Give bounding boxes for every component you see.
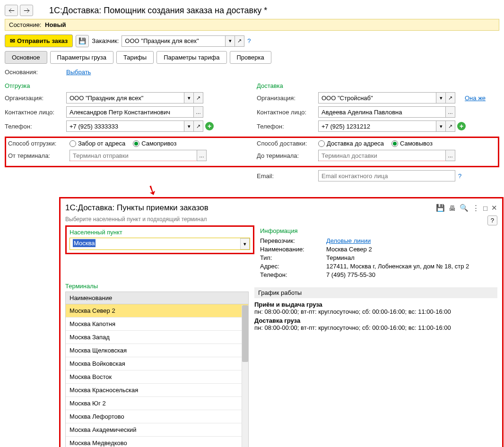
deliv-sched-text: пн: 08:00-00:00; вт-пт: круглосуточно; с… — [254, 324, 497, 331]
terminals-label: Терминалы — [65, 283, 249, 290]
ship-org-label: Организация: — [5, 95, 66, 102]
more-button[interactable]: … — [194, 106, 203, 118]
tab-tariffs[interactable]: Тарифы — [116, 51, 154, 64]
add-phone-button[interactable]: + — [457, 122, 466, 130]
terminal-row[interactable]: Москва Север 2 — [66, 304, 248, 318]
terminal-row[interactable]: Москва Щелковская — [66, 344, 248, 357]
tab-check[interactable]: Проверка — [230, 51, 271, 64]
name-value: Москва Север 2 — [326, 246, 372, 253]
ship-method-label: Способ отгрузки: — [8, 140, 70, 147]
addr-label: Адрес: — [260, 263, 326, 270]
ship-contact-label: Контактное лицо: — [5, 109, 66, 116]
terminal-row[interactable]: Москва Лефортово — [66, 410, 248, 423]
search-icon[interactable]: 🔍 — [460, 204, 469, 212]
open-button[interactable]: ↗ — [446, 120, 455, 132]
carrier-label: Перевозчик: — [260, 237, 326, 244]
radio-deliver-address[interactable]: Доставка до адреса — [318, 140, 384, 147]
ship-phone-label: Телефон: — [5, 123, 66, 130]
print-icon[interactable]: 🖶 — [449, 204, 456, 212]
addr-value: 127411, Москва г, Лобненская ул, дом № 1… — [326, 263, 469, 270]
dropdown-button[interactable]: ▾ — [436, 92, 446, 103]
deliv-org-label: Организация: — [257, 95, 318, 102]
dropdown-button[interactable]: ▾ — [436, 120, 446, 132]
customer-input[interactable] — [122, 35, 226, 47]
scrollbar[interactable] — [242, 305, 248, 447]
ship-org-input[interactable] — [66, 92, 184, 103]
dropdown-button[interactable]: ▾ — [226, 35, 235, 47]
deliv-phone-input[interactable] — [318, 120, 436, 132]
back-button[interactable]: 🡠 — [5, 5, 18, 16]
open-button[interactable]: ↗ — [194, 120, 203, 132]
dialog-help-button[interactable]: ? — [487, 215, 497, 225]
menu-icon[interactable]: ⋮ — [472, 204, 479, 212]
terminal-row[interactable]: Москва Восток — [66, 370, 248, 384]
radio-self-pickup[interactable]: Самовывоз — [391, 140, 433, 147]
email-help-icon[interactable]: ? — [458, 172, 461, 180]
save-button[interactable]: 💾 — [76, 35, 89, 47]
tab-cargo[interactable]: Параметры груза — [50, 51, 113, 64]
radio-self-delivery[interactable]: Самопривоз — [133, 140, 176, 147]
base-label: Основания: — [5, 69, 66, 76]
deliv-terminal-input[interactable] — [318, 150, 446, 161]
page-title: 1С:Доставка: Помощник создания заказа на… — [49, 6, 267, 16]
dropdown-button[interactable]: ▾ — [184, 92, 194, 103]
terminal-row[interactable]: Москва Капотня — [66, 318, 248, 331]
ship-title: Отгрузка — [5, 82, 247, 89]
base-select-link[interactable]: Выбрать — [66, 69, 91, 76]
type-label: Тип: — [260, 254, 326, 261]
tab-main[interactable]: Основное — [5, 51, 47, 64]
status-bar: Состояние: Новый — [5, 19, 499, 31]
ship-phone-input[interactable] — [66, 120, 184, 132]
send-order-button[interactable]: ✉ Отправить заказ — [5, 34, 73, 47]
ship-terminal-input[interactable] — [70, 150, 197, 161]
deliv-org-input[interactable] — [318, 92, 436, 103]
dropdown-button[interactable]: ▾ — [184, 120, 194, 132]
deliv-method-label: Способ доставки: — [257, 140, 318, 147]
city-dropdown-button[interactable]: ▾ — [240, 238, 250, 249]
terminal-row[interactable]: Москва Красносельская — [66, 384, 248, 397]
same-link[interactable]: Она же — [465, 95, 486, 102]
forward-button[interactable]: 🡢 — [20, 5, 33, 16]
carrier-link[interactable]: Деловые линии — [326, 237, 371, 244]
more-button[interactable]: … — [197, 150, 207, 161]
open-button[interactable]: ↗ — [194, 92, 203, 103]
city-label: Населенный пункт — [70, 229, 250, 236]
email-label: Email: — [257, 172, 318, 180]
add-phone-button[interactable]: + — [205, 122, 214, 130]
type-value: Терминал — [326, 254, 355, 261]
terminal-row[interactable]: Москва Войковская — [66, 357, 248, 370]
terminal-dialog: 1С:Доставка: Пункты приемки заказов 💾 🖶 … — [59, 197, 504, 447]
close-icon[interactable]: ✕ — [491, 204, 497, 212]
maximize-icon[interactable]: □ — [483, 204, 487, 212]
schedule-label: График работы — [254, 287, 497, 298]
terminal-row[interactable]: Москва Медведково — [66, 437, 248, 447]
terminals-table: Наименование Москва Север 2Москва Капотн… — [65, 292, 249, 447]
tab-tariff-params[interactable]: Параметры тарифа — [156, 51, 226, 64]
deliv-phone-label: Телефон: — [257, 123, 318, 130]
recv-text: пн: 08:00-00:00; вт-пт: круглосуточно; с… — [254, 308, 497, 315]
terminal-row[interactable]: Москва Юг 2 — [66, 397, 248, 410]
terminal-row[interactable]: Москва Запад — [66, 331, 248, 344]
deliv-term-label: До терминала: — [257, 152, 318, 159]
open-button[interactable]: ↗ — [446, 92, 455, 103]
table-header: Наименование — [66, 292, 248, 304]
save-icon[interactable]: 💾 — [436, 204, 445, 212]
phone-value: 7 (495) 775-55-30 — [326, 271, 375, 278]
more-button[interactable]: … — [446, 106, 455, 118]
terminal-row[interactable]: Москва Академический — [66, 423, 248, 437]
deliv-contact-input[interactable] — [318, 106, 446, 118]
city-input[interactable]: Москва — [70, 238, 240, 249]
info-label: Информация — [260, 227, 497, 234]
open-button[interactable]: ↗ — [235, 35, 244, 47]
deliv-sched-title: Доставка груза — [254, 317, 497, 324]
email-input[interactable] — [318, 170, 455, 181]
radio-pickup-address[interactable]: Забор от адреса — [70, 140, 125, 147]
status-value: Новый — [45, 21, 66, 28]
help-icon[interactable]: ? — [247, 37, 251, 44]
ship-contact-input[interactable] — [66, 106, 194, 118]
send-icon: ✉ — [10, 37, 15, 44]
recv-title: Приём и выдача груза — [254, 301, 497, 308]
more-button[interactable]: … — [446, 150, 455, 161]
dialog-hint: Выберите населенный пункт и подходящий т… — [65, 216, 207, 223]
phone-label: Телефон: — [260, 271, 326, 278]
